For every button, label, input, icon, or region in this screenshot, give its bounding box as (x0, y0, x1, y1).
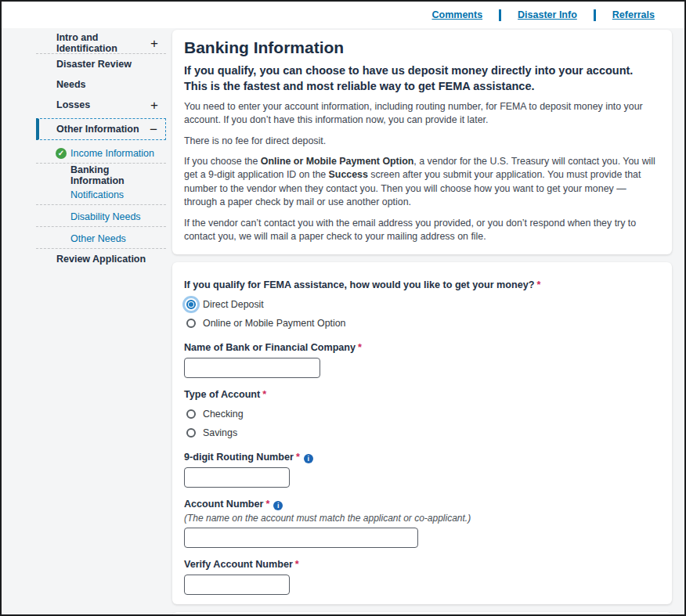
sidebar-item-label: Disaster Review (56, 59, 132, 70)
account-number-input[interactable] (184, 528, 418, 548)
sidebar-item-review-application[interactable]: Review Application (36, 249, 166, 269)
radio-option-online-or-mobile-payment[interactable]: Online or Mobile Payment Option (184, 315, 659, 331)
sidebar-item-losses[interactable]: Losses + (36, 95, 166, 115)
sidebar-item-label: Losses (56, 99, 90, 110)
bank-name-input[interactable] (184, 358, 320, 378)
expand-plus-icon: + (150, 37, 158, 50)
required-asterisk: * (262, 389, 266, 400)
required-asterisk: * (295, 559, 299, 570)
required-asterisk: * (536, 279, 540, 290)
collapse-minus-icon: − (150, 123, 157, 136)
link-separator (594, 9, 596, 21)
account-type-label: Type of Account* (184, 389, 659, 401)
verify-account-number-label: Verify Account Number* (184, 559, 659, 571)
paragraph-paper-check: If the vendor can’t contact you with the… (184, 217, 659, 244)
banking-form-card: If you qualify for FEMA assistance, how … (172, 262, 672, 604)
sidebar-item-label: Other Information (56, 124, 139, 135)
sidebar-subitem-label: Notifications (70, 189, 124, 200)
radio-option-checking[interactable]: Checking (184, 405, 659, 422)
radio-selected-icon (186, 300, 196, 309)
sidebar-item-needs[interactable]: Needs (36, 74, 166, 95)
lead-paragraph: If you qualify, you can choose to have u… (184, 63, 659, 94)
required-asterisk: * (358, 342, 362, 353)
sidebar-subitem-other-needs[interactable]: Other Needs (36, 229, 166, 248)
required-asterisk: * (265, 499, 269, 510)
sidebar-item-disaster-review[interactable]: Disaster Review (36, 54, 166, 74)
link-separator (499, 9, 501, 21)
routing-number-label: 9-digit Routing Number* (184, 452, 659, 463)
page-title: Banking Information (184, 38, 659, 57)
sidebar-item-label: Needs (56, 79, 86, 90)
bank-name-label: Name of Bank or Financial Company* (184, 342, 659, 354)
radio-unselected-icon (186, 428, 196, 438)
radio-option-direct-deposit[interactable]: Direct Deposit (184, 296, 659, 312)
radio-unselected-icon (186, 409, 196, 419)
sidebar-subitem-notifications[interactable]: Notifications (36, 185, 166, 204)
intro-card: Banking Information If you qualify, you … (172, 30, 672, 254)
radio-unselected-icon (186, 319, 196, 328)
page-body: Intro and Identification + Disaster Revi… (2, 28, 684, 616)
sidebar-subitem-label: Income Information (70, 148, 154, 159)
sidebar-item-label: Review Application (56, 254, 146, 265)
main-content: Banking Information If you qualify, you … (172, 30, 672, 616)
sidebar-nav: Intro and Identification + Disaster Revi… (36, 30, 166, 616)
info-icon[interactable] (273, 501, 283, 510)
routing-number-input[interactable] (184, 467, 290, 488)
referrals-link[interactable]: Referrals (612, 9, 655, 20)
sidebar-subitem-label: Banking Information (70, 164, 158, 186)
expand-plus-icon: + (150, 99, 158, 112)
app-window: Comments Disaster Info Referrals Intro a… (0, 0, 686, 616)
sidebar-subitem-banking-information[interactable]: Banking Information (36, 165, 166, 185)
actions-card: Back Next (172, 612, 672, 616)
verify-account-number-input[interactable] (184, 575, 290, 595)
sidebar-subitem-disability-needs[interactable]: Disability Needs (36, 207, 166, 226)
top-nav: Comments Disaster Info Referrals (2, 2, 684, 28)
sidebar-subitem-income-information[interactable]: Income Information (36, 143, 166, 163)
sidebar-subitem-label: Disability Needs (70, 211, 141, 222)
check-icon (56, 148, 67, 159)
paragraph-no-fee: There is no fee for direct deposit. (184, 135, 659, 148)
comments-link[interactable]: Comments (431, 9, 482, 20)
sidebar-subitem-label: Other Needs (70, 233, 126, 244)
account-number-label: Account Number* (184, 499, 659, 510)
sidebar-item-intro-and-identification[interactable]: Intro and Identification + (36, 33, 166, 53)
sidebar-item-other-information[interactable]: Other Information − (36, 118, 166, 140)
sidebar-item-label: Intro and Identification (56, 32, 150, 54)
paragraph-vendor: If you choose the Online or Mobile Payme… (184, 155, 659, 209)
info-icon[interactable] (304, 454, 313, 463)
radio-option-savings[interactable]: Savings (184, 424, 659, 441)
account-number-note: (The name on the account must match the … (184, 513, 659, 524)
required-asterisk: * (296, 452, 300, 463)
disaster-info-link[interactable]: Disaster Info (518, 9, 577, 20)
payment-method-question: If you qualify for FEMA assistance, how … (184, 279, 659, 291)
paragraph-account-info: You need to enter your account informati… (184, 100, 659, 128)
